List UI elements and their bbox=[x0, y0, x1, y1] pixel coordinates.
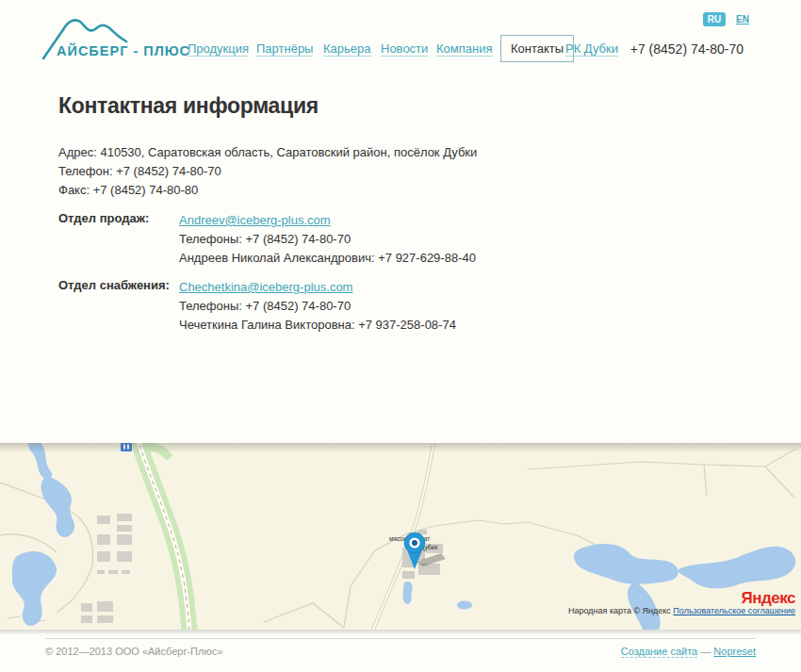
footer-credits: Создание сайта — Nopreset bbox=[621, 646, 756, 657]
credit-separator: — bbox=[700, 646, 711, 657]
department-supply-info: Chechetkina@iceberg-plus.com Телефоны: +… bbox=[179, 278, 456, 335]
department-supply-label: Отдел снабжения: bbox=[58, 278, 170, 292]
yandex-map[interactable]: мясокомбинат Дубки Яндекс Народная карта… bbox=[0, 443, 801, 630]
nav-item-company[interactable]: Компания bbox=[436, 41, 493, 57]
footer-copyright: © 2012—2013 ООО «Айсберг-Плюс» bbox=[45, 646, 222, 657]
nopreset-link[interactable]: Nopreset bbox=[713, 646, 756, 657]
nav-item-partners[interactable]: Партнёры bbox=[256, 41, 313, 57]
header-phone: +7 (8452) 74-80-70 bbox=[630, 41, 744, 57]
page-title: Контактная информация bbox=[58, 93, 319, 119]
sales-phones: Телефоны: +7 (8452) 74-80-70 bbox=[179, 230, 476, 249]
nav-item-news[interactable]: Новости bbox=[381, 41, 428, 57]
route-badge-icon bbox=[121, 443, 132, 451]
lang-ru-badge: RU bbox=[703, 12, 726, 26]
supply-email-link[interactable]: Chechetkina@iceberg-plus.com bbox=[179, 280, 352, 294]
footer-divider bbox=[45, 638, 756, 639]
address-block: Адрес: 410530, Саратовская область, Сара… bbox=[58, 143, 477, 200]
supply-contact: Чечеткина Галина Викторовна: +7 937-258-… bbox=[179, 316, 456, 335]
page: АЙСБЕРГ - ПЛЮС Продукция Партнёры Карьер… bbox=[0, 0, 801, 672]
nav-item-contacts-active[interactable]: Контакты bbox=[500, 35, 574, 62]
nav-item-rk-dubki[interactable]: РК Дубки bbox=[565, 41, 618, 57]
attribution-text: Народная карта © Яндекс bbox=[568, 606, 671, 615]
nav-item-career[interactable]: Карьера bbox=[323, 41, 371, 57]
language-switcher: RU EN bbox=[703, 12, 749, 26]
nav-item-products[interactable]: Продукция bbox=[188, 41, 249, 57]
address-line: Адрес: 410530, Саратовская область, Сара… bbox=[58, 143, 477, 162]
map-canvas: мясокомбинат Дубки bbox=[0, 443, 801, 630]
yandex-logo[interactable]: Яндекс bbox=[742, 589, 795, 608]
map-attribution: Народная карта © Яндекс Пользовательское… bbox=[568, 606, 795, 615]
fax-line: Факс: +7 (8452) 74-80-80 bbox=[58, 181, 477, 200]
user-agreement-link[interactable]: Пользовательское соглашение bbox=[673, 606, 795, 615]
site-creation-link[interactable]: Создание сайта bbox=[621, 646, 697, 658]
logo-text: АЙСБЕРГ - ПЛЮС bbox=[57, 43, 190, 58]
supply-phones: Телефоны: +7 (8452) 74-80-70 bbox=[179, 297, 456, 316]
sales-email-link[interactable]: Andreev@iceberg-plus.com bbox=[179, 213, 331, 227]
logo[interactable]: АЙСБЕРГ - ПЛЮС bbox=[41, 15, 183, 62]
phone-line: Телефон: +7 (8452) 74-80-70 bbox=[58, 162, 477, 181]
lang-en-link[interactable]: EN bbox=[736, 14, 749, 25]
sales-contact: Андреев Николай Александрович: +7 927-62… bbox=[179, 249, 476, 268]
department-sales-label: Отдел продаж: bbox=[58, 211, 149, 225]
department-sales-info: Andreev@iceberg-plus.com Телефоны: +7 (8… bbox=[179, 211, 476, 268]
